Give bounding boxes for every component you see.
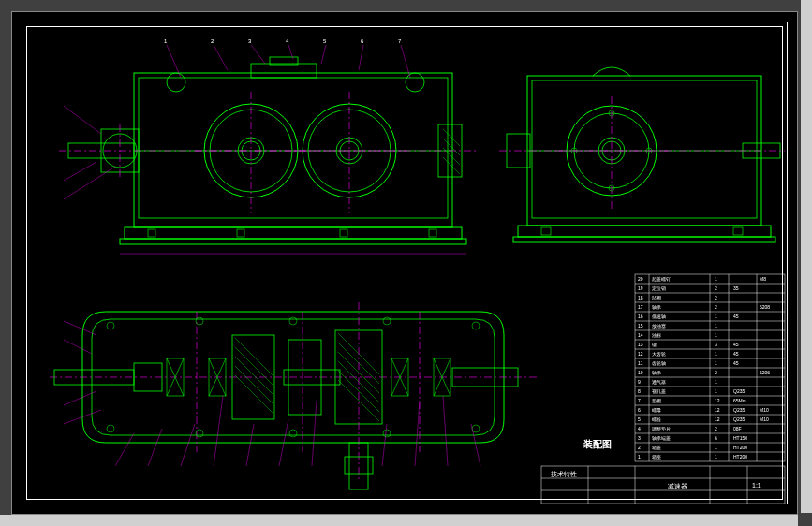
bom-r12-no: 12	[638, 351, 643, 357]
svg-point-111	[383, 430, 391, 437]
bom-r14-name: 油标	[652, 332, 661, 338]
bom-r15-qty: 1	[715, 323, 717, 329]
bom-r16-no: 16	[638, 314, 643, 319]
svg-line-89	[338, 380, 379, 421]
svg-point-105	[289, 317, 297, 325]
svg-line-30	[443, 157, 460, 174]
svg-line-116	[214, 396, 223, 466]
bom-r12-name: 大齿轮	[652, 351, 666, 357]
bom-r7-no: 7	[638, 398, 641, 403]
svg-point-6	[406, 73, 424, 92]
svg-line-115	[181, 424, 195, 466]
svg-line-78	[235, 357, 273, 394]
bom-r6-note: M10	[760, 407, 769, 413]
bom-r7-name: 垫圈	[652, 398, 661, 403]
bom-r8-qty: 1	[715, 388, 717, 394]
bom-r5-no: 5	[638, 416, 641, 422]
bom-r14-qty: 1	[715, 332, 717, 338]
bom-r5-name: 螺栓	[652, 416, 661, 422]
drawing-svg	[12, 12, 799, 516]
bom-r10-no: 10	[638, 370, 643, 375]
svg-line-114	[148, 429, 162, 466]
scrollbar-vertical[interactable]	[801, 0, 812, 513]
bom-r5-note: M10	[760, 416, 769, 422]
bom-r13-name: 键	[652, 342, 657, 347]
bom-r5-qty: 12	[715, 416, 720, 422]
bom-r20-qty: 1	[715, 276, 717, 282]
bom-r9-no: 9	[638, 379, 641, 385]
svg-line-80	[235, 375, 273, 413]
bom-r2-qty: 1	[715, 445, 717, 450]
bom-r11-no: 11	[638, 360, 643, 366]
bom-r17-no: 17	[638, 304, 643, 310]
bom-r3-qty: 6	[715, 435, 717, 441]
ldr-top-1: 1	[164, 38, 167, 44]
front-view	[59, 45, 476, 254]
bom-r11-mat: 45	[733, 360, 739, 366]
svg-line-113	[115, 433, 134, 466]
bom-r3-name: 轴承端盖	[652, 435, 671, 441]
svg-rect-60	[541, 227, 551, 235]
bom-r2-no: 2	[638, 445, 641, 450]
bom-r6-name: 螺母	[652, 407, 661, 413]
svg-point-104	[196, 317, 203, 325]
bom-r9-name: 通气器	[652, 379, 666, 385]
svg-line-27	[443, 129, 460, 146]
bom-r19-qty: 2	[715, 285, 717, 291]
svg-point-107	[472, 322, 480, 329]
svg-rect-75	[232, 335, 274, 419]
svg-line-37	[251, 45, 265, 64]
bom-r19-mat: 35	[733, 285, 739, 291]
svg-point-110	[289, 430, 297, 437]
bom-r15-name: 放油塞	[652, 323, 666, 329]
cad-canvas[interactable]: 装配图 减速器 1:1 20 起盖螺钉 1 M8 19 定位销 2 35 18 …	[11, 11, 798, 515]
bom-r20-note: M8	[760, 276, 766, 282]
svg-point-112	[472, 425, 480, 432]
svg-rect-33	[340, 229, 347, 237]
svg-line-43	[64, 162, 96, 181]
bom-r5-mat: Q235	[733, 416, 745, 422]
bom-r6-no: 6	[638, 407, 641, 413]
bom-r10-qty: 2	[715, 370, 717, 375]
svg-line-36	[214, 45, 228, 70]
drawing-title: 装配图	[583, 438, 612, 451]
bom-r4-name: 调整垫片	[652, 426, 671, 431]
bom-r16-qty: 1	[715, 314, 717, 319]
bom-r7-mat: 65Mn	[733, 398, 746, 403]
svg-point-103	[107, 322, 114, 329]
bom-r2-mat: HT200	[733, 445, 747, 450]
svg-rect-3	[120, 239, 466, 244]
svg-line-124	[64, 321, 96, 335]
bom-r8-no: 8	[638, 388, 641, 394]
bom-r15-no: 15	[638, 323, 643, 329]
ldr-top-6: 6	[361, 38, 363, 44]
svg-point-108	[107, 425, 114, 432]
side-view	[499, 67, 785, 242]
bom-r1-mat: HT200	[733, 454, 747, 460]
scrollbar-horizontal[interactable]	[0, 515, 798, 526]
svg-point-106	[383, 317, 391, 325]
bom-r2-name: 箱盖	[652, 445, 661, 450]
tb-partname: 减速器	[668, 482, 687, 491]
bom-r20-name: 起盖螺钉	[652, 276, 671, 282]
bom-r13-mat: 45	[733, 342, 739, 347]
tb-scale: 1:1	[752, 482, 761, 489]
bom-r19-name: 定位销	[652, 285, 666, 291]
top-section-view	[50, 302, 537, 489]
svg-line-42	[64, 106, 101, 134]
ldr-top-7: 7	[398, 38, 401, 44]
svg-rect-49	[513, 237, 775, 242]
title-block-grid	[541, 466, 785, 504]
svg-rect-1	[139, 78, 448, 218]
bom-r16-mat: 45	[733, 314, 739, 319]
bom-r8-name: 视孔盖	[652, 388, 666, 394]
svg-line-28	[443, 139, 460, 155]
svg-rect-61	[733, 227, 743, 235]
svg-line-39	[321, 45, 326, 64]
bom-r18-no: 18	[638, 295, 643, 300]
ldr-top-2: 2	[211, 38, 214, 44]
svg-line-79	[235, 366, 273, 403]
svg-rect-32	[237, 229, 244, 237]
svg-rect-47	[532, 80, 757, 218]
bom-r7-qty: 12	[715, 398, 720, 403]
